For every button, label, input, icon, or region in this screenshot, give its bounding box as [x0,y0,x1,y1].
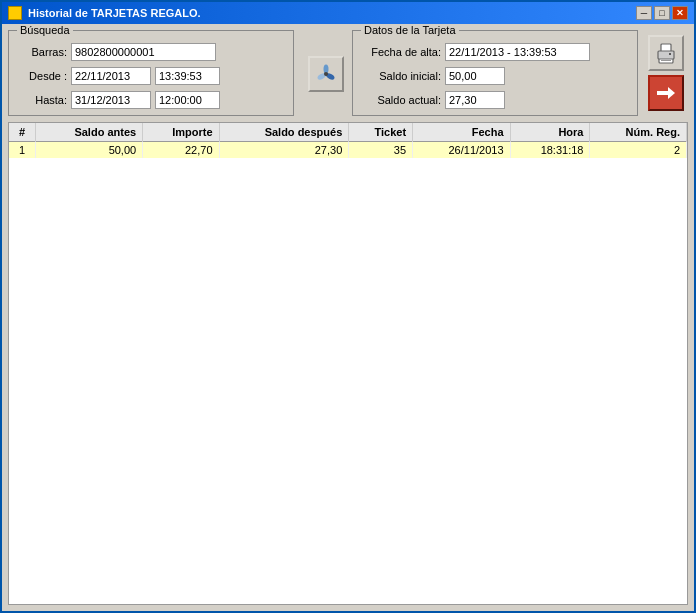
desde-label: Desde : [17,70,67,82]
hasta-row: Hasta: [17,91,285,109]
col-header-ticket: Ticket [349,123,413,142]
table-cell: 26/11/2013 [413,142,510,159]
printer-icon [654,41,678,65]
barras-row: Barras: [17,43,285,61]
saldo-inicial-label: Saldo inicial: [361,70,441,82]
col-header-fecha: Fecha [413,123,510,142]
fecha-alta-input[interactable] [445,43,590,61]
title-buttons: ─ □ ✕ [636,6,688,20]
col-header-num: # [9,123,36,142]
svg-rect-7 [658,51,674,59]
close-button[interactable]: ✕ [672,6,688,20]
col-header-saldo-despues: Saldo después [219,123,349,142]
desde-date-input[interactable] [71,67,151,85]
maximize-button[interactable]: □ [654,6,670,20]
col-header-saldo-antes: Saldo antes [36,123,143,142]
exit-icon [654,81,678,105]
table-container: # Saldo antes Importe Saldo después Tick… [8,122,688,605]
search-button[interactable] [308,56,344,92]
svg-marker-12 [668,87,675,99]
top-panels: Búsqueda Barras: Desde : Hasta: [8,30,688,116]
col-header-hora: Hora [510,123,590,142]
hasta-date-input[interactable] [71,91,151,109]
print-button[interactable] [648,35,684,71]
data-table: # Saldo antes Importe Saldo después Tick… [9,123,687,158]
title-bar-left: Historial de TARJETAS REGALO. [8,6,201,20]
hasta-label: Hasta: [17,94,67,106]
desde-time-input[interactable] [155,67,220,85]
saldo-actual-label: Saldo actual: [361,94,441,106]
desde-row: Desde : [17,67,285,85]
table-cell: 35 [349,142,413,159]
minimize-button[interactable]: ─ [636,6,652,20]
title-bar: Historial de TARJETAS REGALO. ─ □ ✕ [2,2,694,24]
busqueda-panel: Búsqueda Barras: Desde : Hasta: [8,30,294,116]
barras-input[interactable] [71,43,216,61]
hasta-time-input[interactable] [155,91,220,109]
window-icon [8,6,22,20]
window-title: Historial de TARJETAS REGALO. [28,7,201,19]
table-body: 150,0022,7027,303526/11/201318:31:182 [9,142,687,159]
table-cell: 50,00 [36,142,143,159]
svg-point-4 [324,72,328,76]
table-row[interactable]: 150,0022,7027,303526/11/201318:31:182 [9,142,687,159]
content-area: Búsqueda Barras: Desde : Hasta: [2,24,694,611]
svg-point-10 [669,53,671,55]
barras-label: Barras: [17,46,67,58]
col-header-num-reg: Núm. Reg. [590,123,687,142]
saldo-actual-input[interactable] [445,91,505,109]
datos-panel: Datos de la Tarjeta Fecha de alta: Saldo… [352,30,638,116]
table-cell: 22,70 [143,142,219,159]
svg-rect-9 [661,60,671,61]
exit-button[interactable] [648,75,684,111]
main-window: Historial de TARJETAS REGALO. ─ □ ✕ Búsq… [0,0,696,613]
table-cell: 1 [9,142,36,159]
saldo-actual-row: Saldo actual: [361,91,629,109]
propeller-icon [314,62,338,86]
table-cell: 18:31:18 [510,142,590,159]
col-header-importe: Importe [143,123,219,142]
table-header-row: # Saldo antes Importe Saldo después Tick… [9,123,687,142]
action-buttons [644,30,688,116]
busqueda-title: Búsqueda [17,24,73,36]
svg-rect-8 [661,58,671,59]
saldo-inicial-row: Saldo inicial: [361,67,629,85]
fecha-alta-row: Fecha de alta: [361,43,629,61]
table-cell: 2 [590,142,687,159]
search-btn-container [300,30,346,116]
fecha-alta-label: Fecha de alta: [361,46,441,58]
svg-rect-11 [657,91,668,95]
datos-title: Datos de la Tarjeta [361,24,459,36]
saldo-inicial-input[interactable] [445,67,505,85]
table-cell: 27,30 [219,142,349,159]
